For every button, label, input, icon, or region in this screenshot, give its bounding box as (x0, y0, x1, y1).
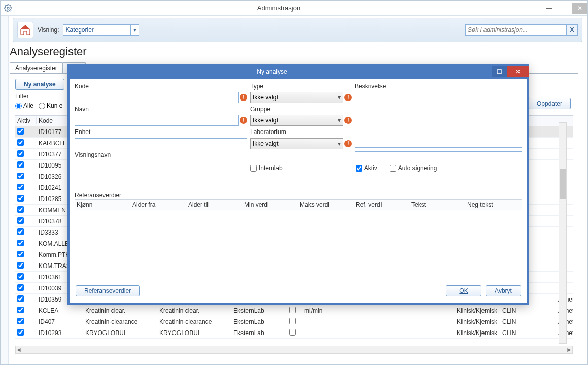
aktiv-checkbox[interactable] (17, 161, 24, 168)
refv-col-alderfra[interactable]: Alder fra (130, 201, 186, 208)
referanseverdier-button[interactable]: Referanseverdier (76, 285, 140, 296)
visning-label: Visning: (38, 26, 59, 34)
enhet-input[interactable] (75, 138, 247, 149)
page-title: Analyseregister (10, 45, 587, 58)
ny-analyse-button[interactable]: Ny analyse (15, 79, 64, 90)
refv-col-kjonn[interactable]: Kjønn (75, 201, 130, 208)
avbryt-button[interactable]: Avbryt (486, 285, 521, 296)
error-icon: ! (240, 94, 247, 101)
gruppe-label: Gruppe (250, 106, 352, 113)
minimize-button[interactable]: — (542, 3, 557, 14)
enhet-label: Enhet (75, 128, 247, 136)
type-label: Type (250, 83, 352, 90)
aktiv-checkbox[interactable] (17, 251, 24, 257)
filter-alle-radio[interactable]: Alle (15, 102, 33, 109)
chevron-down-icon: ▾ (338, 117, 341, 124)
dialog-footer: Referanseverdier OK Avbryt (70, 283, 527, 303)
search-clear-button[interactable]: X (567, 24, 578, 36)
maximize-button[interactable]: ☐ (557, 3, 572, 14)
col-aktiv[interactable]: Aktiv (15, 117, 37, 124)
aktiv-checkbox[interactable] (17, 284, 24, 291)
beskrivelse-label: Beskrivelse (355, 83, 522, 90)
error-icon: ! (344, 117, 352, 124)
referanseverdier-body (75, 210, 522, 266)
aktiv-checkbox[interactable] (17, 139, 24, 146)
dialog-title: Ny analyse (67, 68, 476, 75)
aktiv-checkbox[interactable]: Aktiv (356, 164, 377, 172)
navn-label: Navn (75, 106, 247, 113)
internlab-checkbox[interactable]: Internlab (250, 164, 283, 172)
referanseverdier-header: Kjønn Alder fra Alder til Min verdi Maks… (75, 199, 522, 210)
aktiv-checkbox[interactable] (17, 329, 24, 336)
titlebar: Administrasjon — ☐ ✕ (1, 1, 587, 16)
aktiv-checkbox[interactable] (17, 150, 24, 157)
kode-label: Kode (75, 83, 247, 90)
refv-col-maksverdi[interactable]: Maks verdi (298, 201, 354, 208)
aktiv-checkbox[interactable] (17, 262, 24, 269)
table-row[interactable]: ID10293KRYOGLOBULKRYOGLOBULEksternLabKli… (15, 327, 573, 339)
refv-col-refverdi[interactable]: Ref. verdi (354, 201, 409, 208)
aktiv-checkbox[interactable] (17, 295, 24, 302)
kode-input[interactable] (75, 92, 239, 103)
grid-vertical-scrollbar[interactable] (559, 122, 567, 344)
refv-col-minverdi[interactable]: Min verdi (242, 201, 298, 208)
refv-col-aldertil[interactable]: Alder til (186, 201, 242, 208)
home-icon[interactable] (17, 22, 33, 38)
aktiv-checkbox[interactable] (17, 173, 24, 179)
visningsnavn-label: Visningsnavn (75, 151, 247, 162)
aktiv-checkbox[interactable] (17, 195, 24, 202)
chevron-down-icon: ▾ (130, 25, 139, 35)
refv-col-negtekst[interactable]: Neg tekst (465, 201, 521, 208)
error-icon: ! (240, 117, 247, 124)
laboratorium-combo[interactable]: Ikke valgt▾ (250, 138, 343, 149)
tab-analyseregister[interactable]: Analyseregister (10, 62, 63, 73)
visning-select[interactable]: Kategorier ▾ (63, 24, 139, 36)
aktiv-checkbox[interactable] (17, 128, 24, 135)
oppdater-button[interactable]: Oppdater (528, 98, 571, 109)
filter-kun-radio[interactable]: Kun e (39, 102, 62, 109)
gruppe-combo[interactable]: Ikke valgt▾ (250, 115, 343, 126)
aktiv-checkbox[interactable] (17, 307, 24, 313)
visning-value: Kategorier (65, 26, 93, 34)
auto-signering-checkbox[interactable]: Auto signering (390, 164, 437, 172)
refv-col-tekst[interactable]: Tekst (409, 201, 465, 208)
chevron-down-icon: ▾ (338, 140, 341, 147)
dialog-titlebar[interactable]: Ny analyse — ☐ ✕ (67, 64, 529, 79)
cell-kode: ID407 (37, 318, 83, 325)
navn-input[interactable] (75, 115, 239, 126)
aktiv-checkbox[interactable] (17, 184, 24, 190)
cell-kode: KCLEA (37, 307, 83, 314)
ok-button[interactable]: OK (446, 285, 481, 296)
beskrivelse-textarea[interactable] (355, 92, 522, 148)
chevron-down-icon: ▾ (338, 94, 341, 101)
type-combo[interactable]: Ikke valgt▾ (250, 92, 343, 103)
laboratorium-label: Laboratorium (250, 128, 352, 136)
aktiv-checkbox[interactable] (17, 228, 24, 235)
close-button[interactable]: ✕ (572, 3, 587, 14)
svg-point-0 (7, 7, 9, 9)
visningsnavn-input[interactable] (355, 151, 522, 162)
cell-kode: ID10293 (37, 329, 83, 337)
table-row[interactable]: ID407Kreatinin-clearanceKreatinin-cleara… (15, 316, 573, 327)
filter-label: Filter (15, 93, 64, 100)
dialog-maximize-button[interactable]: ☐ (492, 66, 507, 77)
ny-analyse-dialog: Ny analyse — ☐ ✕ Kode Type Beskrivelse !… (67, 64, 529, 305)
dialog-minimize-button[interactable]: — (476, 66, 492, 77)
search-input[interactable] (465, 24, 567, 36)
window-title: Administrasjon (16, 4, 542, 12)
table-row[interactable]: KCLEAKreatinin clear.Kreatinin clear.Eks… (15, 305, 573, 316)
referanseverdier-label: Referanseverdier (75, 192, 522, 199)
grid-horizontal-scrollbar[interactable]: ◄► (15, 346, 573, 354)
left-strip (1, 16, 9, 364)
dialog-close-button[interactable]: ✕ (507, 66, 529, 77)
settings-gear-icon[interactable] (1, 4, 16, 12)
main-window: Administrasjon — ☐ ✕ Visning: Kategorier… (0, 0, 588, 365)
aktiv-checkbox[interactable] (17, 217, 24, 224)
error-icon: ! (344, 140, 352, 147)
aktiv-checkbox[interactable] (17, 273, 24, 280)
aktiv-checkbox[interactable] (17, 206, 24, 213)
aktiv-checkbox[interactable] (17, 318, 24, 324)
aktiv-checkbox[interactable] (17, 240, 24, 246)
error-icon: ! (344, 94, 352, 101)
main-toolbar: Visning: Kategorier ▾ X (13, 18, 582, 42)
